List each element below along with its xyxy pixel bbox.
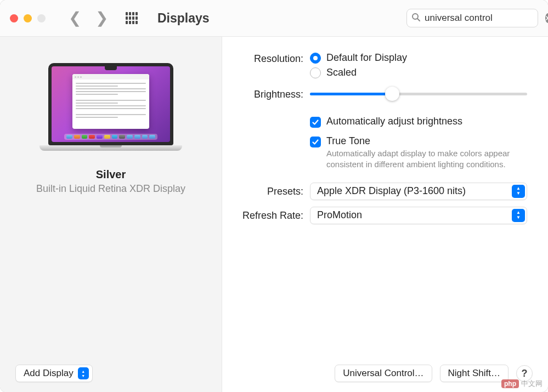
refresh-rate-label: Refresh Rate: — [233, 209, 310, 221]
watermark-logo: php — [501, 379, 519, 388]
dock-preview — [64, 134, 157, 140]
nav-arrows: ❮ ❯ — [69, 10, 108, 26]
show-all-icon[interactable] — [126, 12, 138, 24]
auto-brightness-row: Automatically adjust brightness True Ton… — [233, 116, 527, 178]
presets-row: Presets: Apple XDR Display (P3-1600 nits… — [233, 183, 527, 200]
select-arrows-icon: ▲▼ — [512, 185, 525, 198]
window-title: Displays — [157, 11, 210, 26]
search-input[interactable] — [425, 13, 541, 24]
true-tone-description: Automatically adapt display to make colo… — [326, 148, 527, 171]
resolution-scaled-label: Scaled — [326, 67, 357, 78]
svg-line-1 — [417, 19, 420, 21]
laptop-illustration — [39, 63, 182, 151]
auto-brightness-checkbox[interactable]: Automatically adjust brightness — [310, 116, 527, 128]
select-arrows-icon: ▲▼ — [512, 209, 525, 222]
display-subtitle: Built-in Liquid Retina XDR Display — [36, 183, 185, 195]
refresh-rate-row: Refresh Rate: ProMotion ▲▼ — [233, 207, 527, 224]
search-icon — [411, 13, 420, 24]
brightness-label: Brightness: — [233, 88, 310, 100]
true-tone-label: True Tone — [326, 135, 527, 147]
resolution-default-option[interactable]: Default for Display — [310, 52, 527, 64]
help-icon: ? — [522, 368, 528, 379]
content-area: Silver Built-in Liquid Retina XDR Displa… — [0, 36, 548, 392]
resolution-label: Resolution: — [233, 52, 310, 65]
close-button[interactable] — [10, 14, 18, 22]
universal-control-label: Universal Control… — [343, 368, 423, 379]
watermark: php 中文网 — [501, 379, 543, 389]
footer: Add Display ▲▼ Universal Control… Night … — [0, 355, 548, 392]
add-display-button[interactable]: Add Display ▲▼ — [15, 365, 93, 382]
window-preview — [72, 74, 149, 129]
search-field[interactable] — [406, 9, 538, 27]
toolbar: ❮ ❯ Displays — [0, 0, 548, 36]
back-button[interactable]: ❮ — [69, 10, 81, 26]
brightness-slider[interactable] — [310, 87, 527, 100]
presets-value: Apple XDR Display (P3-1600 nits) — [317, 185, 466, 197]
radio-checked-icon — [310, 53, 321, 64]
auto-brightness-label: Automatically adjust brightness — [326, 116, 462, 127]
clear-search-icon[interactable] — [545, 13, 548, 23]
display-name: Silver — [96, 168, 126, 181]
presets-select[interactable]: Apple XDR Display (P3-1600 nits) ▲▼ — [310, 183, 527, 200]
checkbox-checked-icon — [310, 117, 321, 128]
zoom-button[interactable] — [37, 14, 46, 22]
resolution-scaled-option[interactable]: Scaled — [310, 67, 527, 78]
refresh-rate-value: ProMotion — [317, 209, 362, 221]
true-tone-checkbox[interactable]: True Tone Automatically adapt display to… — [310, 135, 527, 171]
presets-label: Presets: — [233, 185, 310, 197]
checkbox-checked-icon — [310, 137, 321, 147]
universal-control-button[interactable]: Universal Control… — [335, 365, 432, 382]
display-preview-pane: Silver Built-in Liquid Retina XDR Displa… — [0, 37, 222, 392]
forward-button[interactable]: ❯ — [95, 10, 108, 26]
refresh-rate-select[interactable]: ProMotion ▲▼ — [310, 207, 527, 224]
window-controls — [10, 14, 46, 22]
brightness-row: Brightness: — [233, 87, 527, 100]
night-shift-button[interactable]: Night Shift… — [440, 365, 509, 382]
watermark-text: 中文网 — [521, 379, 543, 389]
radio-unchecked-icon — [310, 67, 321, 78]
night-shift-label: Night Shift… — [448, 368, 500, 379]
resolution-row: Resolution: Default for Display Scaled — [233, 52, 527, 82]
add-display-label: Add Display — [24, 368, 74, 379]
settings-pane: Resolution: Default for Display Scaled B… — [222, 37, 548, 392]
slider-thumb-icon[interactable] — [385, 87, 399, 101]
notch-icon — [105, 66, 117, 70]
displays-prefs-window: ❮ ❯ Displays — [0, 0, 548, 392]
minimize-button[interactable] — [24, 14, 32, 22]
dropdown-arrows-icon: ▲▼ — [78, 367, 89, 379]
resolution-default-label: Default for Display — [326, 52, 407, 64]
